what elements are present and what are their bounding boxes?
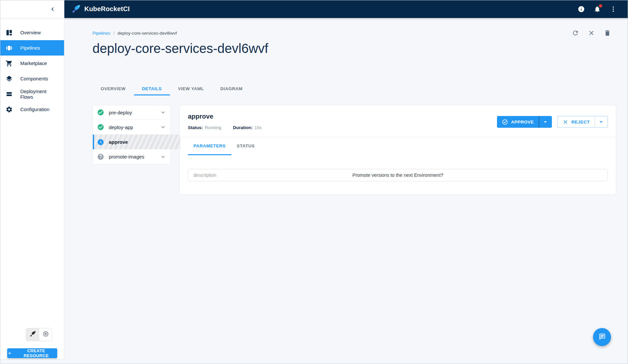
status-pair: Status: Running bbox=[188, 125, 221, 130]
sidebar-item-components[interactable]: Components bbox=[0, 71, 64, 86]
kubernetes-view-toggle[interactable] bbox=[39, 328, 52, 341]
tab-view-yaml[interactable]: VIEW YAML bbox=[170, 83, 212, 95]
topbar-actions bbox=[578, 6, 621, 13]
brand-name: KubeRocketCI bbox=[84, 5, 130, 13]
parameter-value: Promote versions to the next Environment… bbox=[188, 173, 607, 178]
cancel-pipeline-icon[interactable] bbox=[588, 29, 595, 37]
shopping-cart-icon bbox=[6, 60, 13, 67]
duration-pair: Duration: 15s bbox=[233, 125, 262, 130]
arrow-drop-down-icon bbox=[598, 118, 605, 125]
reject-split-button: REJECT bbox=[557, 116, 608, 128]
step-label: pre-deploy bbox=[109, 110, 132, 115]
topbar: KubeRocketCI bbox=[64, 0, 628, 18]
delete-trash-icon[interactable] bbox=[604, 29, 611, 37]
gear-icon bbox=[6, 106, 13, 113]
tab-diagram[interactable]: DIAGRAM bbox=[212, 83, 251, 95]
dashboard-icon bbox=[6, 29, 13, 36]
approve-split-button: APPROVE bbox=[497, 116, 552, 128]
kebab-menu-icon[interactable] bbox=[610, 6, 617, 13]
step-row-approve[interactable]: approve bbox=[93, 135, 180, 149]
approve-dropdown-arrow[interactable] bbox=[539, 116, 552, 128]
sidebar-item-label: Components bbox=[20, 76, 48, 81]
sidebar-item-marketplace[interactable]: Marketplace bbox=[0, 56, 64, 71]
running-clock-icon bbox=[97, 139, 104, 146]
sidebar-bottom: CREATE RESOURCE bbox=[0, 328, 64, 359]
info-icon[interactable] bbox=[578, 6, 585, 13]
success-check-icon bbox=[97, 124, 104, 131]
sidebar-item-pipelines[interactable]: Pipelines bbox=[0, 40, 64, 56]
create-resource-label: CREATE RESOURCE bbox=[15, 348, 57, 358]
main-content: Pipelines / deploy-core-services-devl6wv… bbox=[65, 18, 628, 364]
parameter-row-description: description Promote versions to the next… bbox=[188, 169, 608, 181]
rocket-logo-icon bbox=[71, 4, 81, 14]
sidebar-menu: Overview Pipelines Marketplace Component… bbox=[0, 25, 64, 117]
step-row-deploy-app[interactable]: deploy-app bbox=[93, 120, 171, 135]
check-circle-icon bbox=[502, 119, 508, 125]
stacked-bars-icon bbox=[6, 91, 13, 98]
pipeline-steps-list: pre-deploy deploy-app bbox=[92, 105, 171, 164]
layers-icon bbox=[6, 75, 13, 82]
success-check-icon bbox=[97, 109, 104, 116]
rocket-view-toggle[interactable] bbox=[26, 328, 39, 341]
breadcrumb-separator: / bbox=[113, 31, 115, 36]
task-header-block: approve Status: Running Duration: 15s bbox=[188, 112, 262, 130]
duration-value: 15s bbox=[255, 125, 262, 130]
close-x-icon bbox=[562, 119, 569, 125]
duration-label: Duration: bbox=[233, 125, 253, 130]
chevron-down-icon[interactable] bbox=[160, 124, 166, 130]
pending-question-icon bbox=[97, 153, 104, 160]
rocket-icon bbox=[29, 330, 36, 339]
arrow-drop-down-icon bbox=[542, 118, 549, 125]
sidebar-item-label: Pipelines bbox=[20, 45, 40, 51]
sidebar-collapse-icon[interactable] bbox=[49, 6, 56, 13]
tab-status[interactable]: STATUS bbox=[231, 137, 260, 155]
breadcrumb-current: deploy-core-services-devl6wvf bbox=[118, 31, 177, 36]
status-label: Status: bbox=[188, 125, 203, 130]
approve-button[interactable]: APPROVE bbox=[497, 116, 539, 128]
tab-parameters[interactable]: PARAMETERS bbox=[188, 137, 231, 155]
sidebar-item-deployment-flows[interactable]: Deployment Flows bbox=[0, 86, 64, 102]
notifications-bell-icon[interactable] bbox=[594, 6, 601, 13]
page-tabs: OVERVIEW DETAILS VIEW YAML DIAGRAM bbox=[92, 83, 616, 95]
task-detail-panel: approve Status: Running Duration: 15s bbox=[179, 105, 616, 195]
notification-badge bbox=[599, 4, 602, 8]
status-value: Running bbox=[205, 125, 221, 130]
pipelines-icon bbox=[6, 44, 13, 52]
breadcrumb: Pipelines / deploy-core-services-devl6wv… bbox=[92, 31, 177, 36]
step-row-pre-deploy[interactable]: pre-deploy bbox=[93, 105, 171, 120]
reject-button[interactable]: REJECT bbox=[557, 116, 595, 128]
sidebar: Overview Pipelines Marketplace Component… bbox=[0, 0, 64, 359]
task-title: approve bbox=[188, 112, 262, 120]
step-label: deploy-app bbox=[109, 124, 133, 130]
sidebar-item-overview[interactable]: Overview bbox=[0, 25, 64, 40]
step-row-promote-images[interactable]: promote-images bbox=[93, 149, 171, 164]
create-resource-button[interactable]: CREATE RESOURCE bbox=[7, 348, 57, 358]
chevron-down-icon[interactable] bbox=[160, 154, 166, 160]
reject-button-label: REJECT bbox=[571, 120, 590, 124]
resource-view-toggle bbox=[26, 328, 52, 341]
plus-icon bbox=[7, 351, 12, 356]
tab-overview[interactable]: OVERVIEW bbox=[92, 83, 134, 95]
page-title: deploy-core-services-devl6wvf bbox=[92, 41, 616, 56]
tab-details[interactable]: DETAILS bbox=[134, 83, 170, 95]
kubernetes-helm-icon bbox=[42, 330, 49, 339]
task-tabs: PARAMETERS STATUS bbox=[188, 137, 608, 155]
sidebar-item-label: Deployment Flows bbox=[20, 89, 58, 100]
step-label: approve bbox=[109, 139, 128, 145]
approve-button-label: APPROVE bbox=[511, 120, 534, 124]
chevron-down-icon[interactable] bbox=[160, 109, 166, 116]
breadcrumb-pipelines-link[interactable]: Pipelines bbox=[92, 31, 110, 36]
sidebar-item-label: Configuration bbox=[20, 107, 49, 112]
refresh-icon[interactable] bbox=[572, 29, 579, 37]
sidebar-item-configuration[interactable]: Configuration bbox=[0, 102, 64, 117]
step-label: promote-images bbox=[109, 154, 144, 159]
chat-bubble-icon bbox=[598, 332, 606, 342]
page-actions bbox=[572, 29, 611, 37]
sidebar-item-label: Overview bbox=[20, 30, 41, 35]
parameter-name: description bbox=[193, 173, 216, 178]
sidebar-header bbox=[0, 0, 64, 18]
reject-dropdown-arrow[interactable] bbox=[595, 116, 608, 128]
brand: KubeRocketCI bbox=[71, 4, 130, 14]
chat-fab-button[interactable] bbox=[593, 328, 611, 346]
sidebar-item-label: Marketplace bbox=[20, 60, 47, 66]
